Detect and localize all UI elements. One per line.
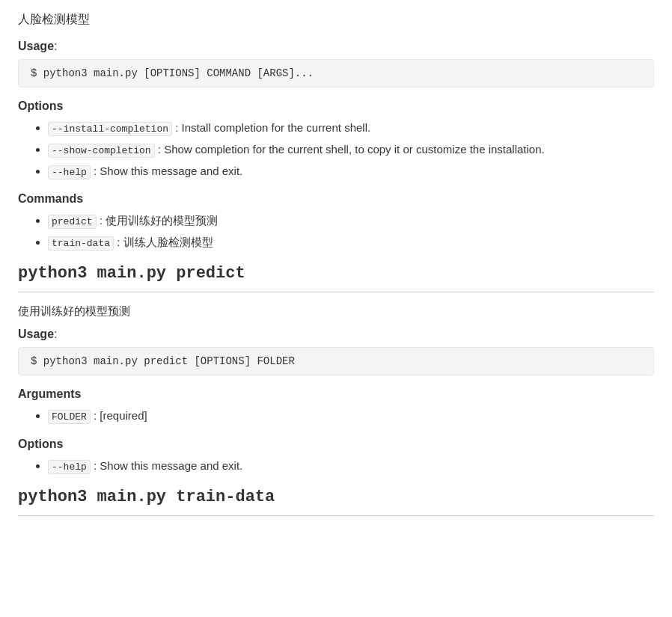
options-list: --install-completion : Install completio…: [18, 119, 654, 180]
predict-description: 使用训练好的模型预测: [18, 304, 654, 319]
option-code: --help: [48, 165, 91, 179]
page-title: 人脸检测模型: [18, 12, 654, 28]
command-code: train-data: [48, 236, 114, 251]
argument-code: FOLDER: [48, 410, 91, 424]
arguments-list: FOLDER : [required]: [18, 407, 654, 426]
predict-options-header: Options: [18, 438, 654, 451]
option-description: : Show this message and exit.: [94, 165, 242, 177]
predict-heading: python3 main.py predict: [18, 264, 654, 292]
command-description: : 训练人脸检测模型: [117, 236, 213, 248]
list-item: --help : Show this message and exit.: [48, 162, 654, 181]
list-item: FOLDER : [required]: [48, 407, 654, 426]
argument-description: : [required]: [94, 409, 147, 422]
predict-options-list: --help : Show this message and exit.: [18, 457, 654, 476]
arguments-header: Arguments: [18, 387, 654, 401]
command-description: : 使用训练好的模型预测: [100, 214, 218, 227]
list-item: train-data : 训练人脸检测模型: [48, 233, 654, 252]
list-item: --help : Show this message and exit.: [48, 457, 654, 476]
list-item: --show-completion : Show completion for …: [48, 141, 654, 159]
option-code: --install-completion: [48, 122, 172, 136]
usage-code-block: $ python3 main.py [OPTIONS] COMMAND [ARG…: [18, 59, 654, 88]
predict-usage-code-block: $ python3 main.py predict [OPTIONS] FOLD…: [18, 347, 654, 375]
list-item: --install-completion : Install completio…: [48, 119, 654, 138]
command-code: predict: [48, 215, 97, 229]
options-header: Options: [18, 99, 654, 113]
option-description: : Show this message and exit.: [94, 459, 242, 472]
commands-list: predict : 使用训练好的模型预测 train-data : 训练人脸检测…: [18, 212, 654, 252]
list-item: predict : 使用训练好的模型预测: [48, 212, 654, 230]
option-description: : Install completion for the current she…: [175, 121, 370, 134]
commands-header: Commands: [18, 192, 654, 206]
option-code: --help: [48, 460, 91, 474]
usage-label: Usage:: [18, 40, 654, 53]
predict-usage-label: Usage:: [18, 328, 654, 341]
option-description: : Show completion for the current shell,…: [158, 143, 545, 156]
train-data-heading: python3 main.py train-data: [18, 488, 654, 516]
option-code: --show-completion: [48, 144, 155, 158]
